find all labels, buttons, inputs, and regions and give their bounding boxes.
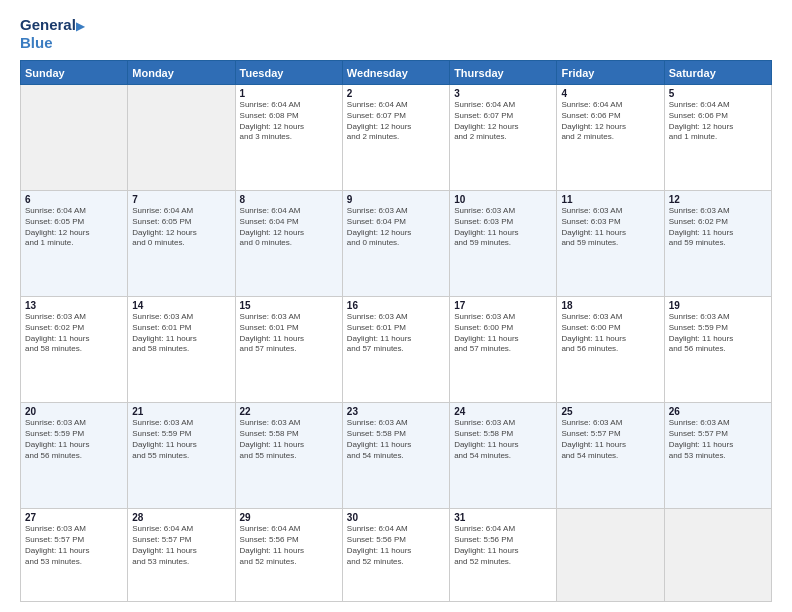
logo-blue: Blue [20,34,84,52]
day-number: 26 [669,406,767,417]
calendar-cell: 9Sunrise: 6:03 AM Sunset: 6:04 PM Daylig… [342,191,449,297]
day-number: 13 [25,300,123,311]
day-info: Sunrise: 6:04 AM Sunset: 5:57 PM Dayligh… [132,524,230,567]
calendar-cell: 24Sunrise: 6:03 AM Sunset: 5:58 PM Dayli… [450,403,557,509]
calendar-cell: 1Sunrise: 6:04 AM Sunset: 6:08 PM Daylig… [235,85,342,191]
day-number: 25 [561,406,659,417]
day-number: 6 [25,194,123,205]
calendar-cell: 30Sunrise: 6:04 AM Sunset: 5:56 PM Dayli… [342,509,449,602]
calendar-cell: 23Sunrise: 6:03 AM Sunset: 5:58 PM Dayli… [342,403,449,509]
calendar-cell: 3Sunrise: 6:04 AM Sunset: 6:07 PM Daylig… [450,85,557,191]
calendar-cell: 4Sunrise: 6:04 AM Sunset: 6:06 PM Daylig… [557,85,664,191]
day-number: 15 [240,300,338,311]
calendar-cell [21,85,128,191]
calendar-cell: 11Sunrise: 6:03 AM Sunset: 6:03 PM Dayli… [557,191,664,297]
calendar-cell: 15Sunrise: 6:03 AM Sunset: 6:01 PM Dayli… [235,297,342,403]
day-number: 31 [454,512,552,523]
weekday-header-thursday: Thursday [450,61,557,85]
day-number: 22 [240,406,338,417]
day-number: 21 [132,406,230,417]
calendar-cell: 7Sunrise: 6:04 AM Sunset: 6:05 PM Daylig… [128,191,235,297]
calendar-cell: 20Sunrise: 6:03 AM Sunset: 5:59 PM Dayli… [21,403,128,509]
header: General▶ Blue [20,16,772,52]
day-info: Sunrise: 6:03 AM Sunset: 5:59 PM Dayligh… [132,418,230,461]
calendar-cell: 25Sunrise: 6:03 AM Sunset: 5:57 PM Dayli… [557,403,664,509]
day-info: Sunrise: 6:03 AM Sunset: 5:57 PM Dayligh… [669,418,767,461]
calendar-cell: 29Sunrise: 6:04 AM Sunset: 5:56 PM Dayli… [235,509,342,602]
day-info: Sunrise: 6:04 AM Sunset: 5:56 PM Dayligh… [240,524,338,567]
day-info: Sunrise: 6:03 AM Sunset: 6:00 PM Dayligh… [561,312,659,355]
weekday-header-friday: Friday [557,61,664,85]
calendar-cell: 19Sunrise: 6:03 AM Sunset: 5:59 PM Dayli… [664,297,771,403]
calendar-cell: 31Sunrise: 6:04 AM Sunset: 5:56 PM Dayli… [450,509,557,602]
day-number: 12 [669,194,767,205]
day-info: Sunrise: 6:04 AM Sunset: 6:05 PM Dayligh… [132,206,230,249]
day-number: 5 [669,88,767,99]
day-number: 30 [347,512,445,523]
day-info: Sunrise: 6:03 AM Sunset: 6:01 PM Dayligh… [240,312,338,355]
day-info: Sunrise: 6:04 AM Sunset: 6:04 PM Dayligh… [240,206,338,249]
day-info: Sunrise: 6:03 AM Sunset: 6:01 PM Dayligh… [132,312,230,355]
day-info: Sunrise: 6:03 AM Sunset: 6:01 PM Dayligh… [347,312,445,355]
day-number: 4 [561,88,659,99]
day-info: Sunrise: 6:03 AM Sunset: 5:59 PM Dayligh… [25,418,123,461]
day-number: 10 [454,194,552,205]
day-info: Sunrise: 6:04 AM Sunset: 6:06 PM Dayligh… [669,100,767,143]
calendar-cell: 27Sunrise: 6:03 AM Sunset: 5:57 PM Dayli… [21,509,128,602]
day-number: 23 [347,406,445,417]
calendar-cell: 8Sunrise: 6:04 AM Sunset: 6:04 PM Daylig… [235,191,342,297]
day-info: Sunrise: 6:03 AM Sunset: 6:00 PM Dayligh… [454,312,552,355]
calendar-cell: 2Sunrise: 6:04 AM Sunset: 6:07 PM Daylig… [342,85,449,191]
weekday-header-wednesday: Wednesday [342,61,449,85]
logo-icon: ▶ [76,20,84,32]
day-number: 24 [454,406,552,417]
day-info: Sunrise: 6:04 AM Sunset: 6:05 PM Dayligh… [25,206,123,249]
calendar-cell: 10Sunrise: 6:03 AM Sunset: 6:03 PM Dayli… [450,191,557,297]
day-info: Sunrise: 6:03 AM Sunset: 6:03 PM Dayligh… [454,206,552,249]
day-info: Sunrise: 6:03 AM Sunset: 5:57 PM Dayligh… [25,524,123,567]
calendar-week-row: 13Sunrise: 6:03 AM Sunset: 6:02 PM Dayli… [21,297,772,403]
calendar-header-row: SundayMondayTuesdayWednesdayThursdayFrid… [21,61,772,85]
day-info: Sunrise: 6:03 AM Sunset: 6:02 PM Dayligh… [25,312,123,355]
day-number: 11 [561,194,659,205]
day-number: 7 [132,194,230,205]
day-info: Sunrise: 6:04 AM Sunset: 6:08 PM Dayligh… [240,100,338,143]
calendar-cell: 14Sunrise: 6:03 AM Sunset: 6:01 PM Dayli… [128,297,235,403]
day-number: 16 [347,300,445,311]
calendar-cell [128,85,235,191]
calendar-cell: 28Sunrise: 6:04 AM Sunset: 5:57 PM Dayli… [128,509,235,602]
calendar-cell: 6Sunrise: 6:04 AM Sunset: 6:05 PM Daylig… [21,191,128,297]
calendar-week-row: 6Sunrise: 6:04 AM Sunset: 6:05 PM Daylig… [21,191,772,297]
weekday-header-sunday: Sunday [21,61,128,85]
day-info: Sunrise: 6:03 AM Sunset: 6:04 PM Dayligh… [347,206,445,249]
logo-general: General [20,16,76,33]
calendar-cell: 22Sunrise: 6:03 AM Sunset: 5:58 PM Dayli… [235,403,342,509]
calendar-cell: 16Sunrise: 6:03 AM Sunset: 6:01 PM Dayli… [342,297,449,403]
day-number: 20 [25,406,123,417]
day-number: 19 [669,300,767,311]
day-info: Sunrise: 6:04 AM Sunset: 6:07 PM Dayligh… [454,100,552,143]
calendar-week-row: 27Sunrise: 6:03 AM Sunset: 5:57 PM Dayli… [21,509,772,602]
day-info: Sunrise: 6:03 AM Sunset: 5:59 PM Dayligh… [669,312,767,355]
weekday-header-tuesday: Tuesday [235,61,342,85]
calendar-cell: 13Sunrise: 6:03 AM Sunset: 6:02 PM Dayli… [21,297,128,403]
calendar-cell: 17Sunrise: 6:03 AM Sunset: 6:00 PM Dayli… [450,297,557,403]
weekday-header-saturday: Saturday [664,61,771,85]
calendar-cell: 18Sunrise: 6:03 AM Sunset: 6:00 PM Dayli… [557,297,664,403]
calendar-cell: 21Sunrise: 6:03 AM Sunset: 5:59 PM Dayli… [128,403,235,509]
day-info: Sunrise: 6:03 AM Sunset: 5:57 PM Dayligh… [561,418,659,461]
day-number: 1 [240,88,338,99]
calendar-cell: 5Sunrise: 6:04 AM Sunset: 6:06 PM Daylig… [664,85,771,191]
day-info: Sunrise: 6:03 AM Sunset: 5:58 PM Dayligh… [240,418,338,461]
day-info: Sunrise: 6:03 AM Sunset: 5:58 PM Dayligh… [454,418,552,461]
logo: General▶ Blue [20,16,84,52]
day-info: Sunrise: 6:04 AM Sunset: 5:56 PM Dayligh… [454,524,552,567]
day-info: Sunrise: 6:04 AM Sunset: 6:06 PM Dayligh… [561,100,659,143]
day-number: 14 [132,300,230,311]
weekday-header-monday: Monday [128,61,235,85]
calendar-cell [664,509,771,602]
day-number: 9 [347,194,445,205]
day-number: 3 [454,88,552,99]
day-number: 8 [240,194,338,205]
calendar-cell: 12Sunrise: 6:03 AM Sunset: 6:02 PM Dayli… [664,191,771,297]
